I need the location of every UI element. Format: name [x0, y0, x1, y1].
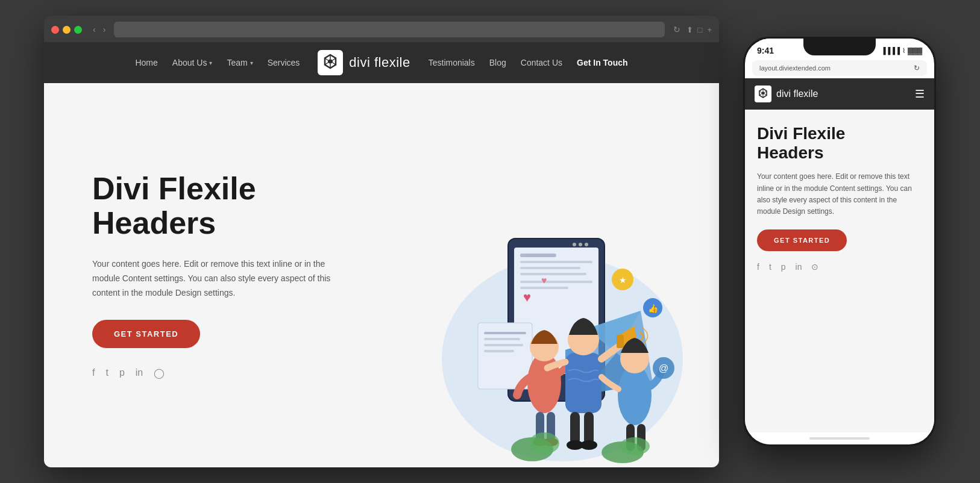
wifi-icon: ⌇: [902, 47, 905, 55]
website-content: Home About Us ▾ Team ▾ Services: [44, 42, 719, 467]
phone-linkedin-icon[interactable]: in: [796, 262, 802, 272]
svg-point-47: [620, 437, 650, 455]
phone-social-icons: f t p in ⊙: [757, 262, 922, 272]
hero-body-text: Your content goes here. Edit or remove t…: [92, 257, 345, 300]
phone-notch: [803, 39, 876, 55]
browser-controls: ⬆ □ +: [686, 25, 712, 34]
close-button[interactable]: [51, 26, 59, 34]
phone-home-indicator: [809, 437, 870, 440]
phone-screen: 9:41 ▐▐▐▐ ⌇ ▓▓▓ layout.diviextended.com …: [745, 39, 934, 444]
svg-text:♥: ♥: [523, 290, 531, 305]
svg-rect-8: [520, 281, 592, 283]
nav-services[interactable]: Services: [268, 58, 300, 67]
hamburger-menu-icon[interactable]: ☰: [915, 87, 925, 101]
logo-text: divi flexile: [349, 55, 410, 70]
svg-text:👍: 👍: [648, 304, 659, 314]
about-dropdown-arrow: ▾: [209, 60, 212, 66]
nav-right-links: Testimonials Blog Contact Us Get In Touc…: [429, 58, 628, 67]
browser-mockup: ‹ › ↻ ⬆ □ + Home About Us ▾ Team ▾: [44, 16, 719, 467]
hero-title: Divi Flexile Headers: [92, 172, 382, 240]
svg-point-12: [585, 243, 588, 246]
phone-logo-icon: [755, 86, 771, 102]
minimize-button[interactable]: [63, 26, 71, 34]
svg-point-11: [579, 243, 582, 246]
phone-hero-section: Divi Flexile Headers Your content goes h…: [745, 110, 934, 432]
refresh-button[interactable]: ↻: [673, 25, 680, 34]
site-navigation: Home About Us ▾ Team ▾ Services: [44, 42, 719, 83]
nav-get-in-touch[interactable]: Get In Touch: [577, 58, 628, 67]
phone-mockup: 9:41 ▐▐▐▐ ⌇ ▓▓▓ layout.diviextended.com …: [743, 37, 936, 446]
team-dropdown-arrow: ▾: [250, 60, 253, 66]
address-bar[interactable]: [114, 22, 664, 37]
forward-button[interactable]: ›: [101, 23, 108, 36]
nav-about-us[interactable]: About Us ▾: [172, 58, 213, 67]
svg-rect-9: [520, 287, 568, 289]
pinterest-icon[interactable]: p: [119, 367, 125, 378]
phone-pinterest-icon[interactable]: p: [781, 262, 786, 272]
nav-home[interactable]: Home: [135, 58, 157, 67]
phone-url-text: layout.diviextended.com: [759, 64, 831, 72]
svg-rect-14: [484, 332, 526, 334]
phone-logo-text: divi flexile: [776, 89, 818, 99]
phone-instagram-icon[interactable]: ⊙: [811, 262, 818, 272]
phone-hero-cta-button[interactable]: GET STARTED: [757, 229, 847, 251]
phone-twitter-icon[interactable]: t: [769, 262, 771, 272]
logo-icon: [318, 50, 343, 75]
phone-refresh-button[interactable]: ↻: [914, 64, 920, 72]
add-tab-button[interactable]: +: [707, 25, 712, 34]
signal-icon: ▐▐▐▐: [881, 47, 900, 54]
svg-point-31: [580, 440, 597, 450]
traffic-lights: [51, 26, 82, 34]
svg-rect-7: [520, 273, 586, 275]
phone-hero-title: Divi Flexile Headers: [757, 124, 922, 163]
svg-rect-15: [484, 338, 520, 340]
svg-rect-16: [484, 344, 523, 346]
phone-navigation: divi flexile ☰: [745, 78, 934, 110]
svg-rect-6: [520, 267, 580, 269]
svg-point-32: [618, 365, 652, 425]
nav-arrows: ‹ ›: [90, 23, 108, 36]
svg-point-10: [573, 243, 576, 246]
svg-rect-17: [484, 350, 514, 352]
instagram-icon[interactable]: ◯: [154, 367, 165, 379]
browser-chrome: ‹ › ↻ ⬆ □ +: [44, 16, 719, 42]
back-button[interactable]: ‹: [90, 23, 98, 36]
social-icons: f t p in ◯: [92, 367, 382, 379]
maximize-button[interactable]: [74, 26, 82, 34]
svg-rect-5: [520, 261, 592, 263]
hero-cta-button[interactable]: GET STARTED: [92, 320, 200, 348]
nav-testimonials[interactable]: Testimonials: [429, 58, 475, 67]
svg-point-45: [529, 432, 559, 454]
facebook-icon[interactable]: f: [92, 367, 95, 378]
phone-time: 9:41: [757, 46, 774, 55]
phone-logo[interactable]: divi flexile: [755, 86, 818, 102]
hero-left-content: Divi Flexile Headers Your content goes h…: [92, 172, 382, 379]
twitter-icon[interactable]: t: [105, 367, 108, 378]
svg-rect-25: [565, 353, 602, 413]
bookmark-button[interactable]: □: [698, 25, 703, 34]
nav-blog[interactable]: Blog: [489, 58, 506, 67]
svg-text:♥: ♥: [541, 275, 547, 285]
svg-rect-28: [570, 412, 580, 445]
hero-section: Divi Flexile Headers Your content goes h…: [44, 83, 719, 467]
svg-rect-4: [520, 254, 556, 257]
phone-facebook-icon[interactable]: f: [757, 262, 759, 272]
linkedin-icon[interactable]: in: [136, 367, 143, 378]
svg-rect-29: [584, 412, 594, 445]
nav-contact-us[interactable]: Contact Us: [521, 58, 562, 67]
svg-rect-27: [617, 335, 624, 348]
site-logo[interactable]: divi flexile: [318, 50, 410, 75]
phone-hero-body-text: Your content goes here. Edit or remove t…: [757, 171, 922, 217]
phone-status-icons: ▐▐▐▐ ⌇ ▓▓▓: [881, 47, 922, 55]
nav-team[interactable]: Team ▾: [227, 58, 253, 67]
battery-icon: ▓▓▓: [908, 47, 922, 54]
share-button[interactable]: ⬆: [686, 25, 693, 34]
nav-left-links: Home About Us ▾ Team ▾ Services: [135, 58, 300, 67]
hero-illustration: ✦: [382, 190, 695, 467]
phone-address-bar[interactable]: layout.diviextended.com ↻: [752, 60, 927, 76]
svg-text:@: @: [659, 363, 668, 373]
svg-text:★: ★: [619, 275, 627, 285]
